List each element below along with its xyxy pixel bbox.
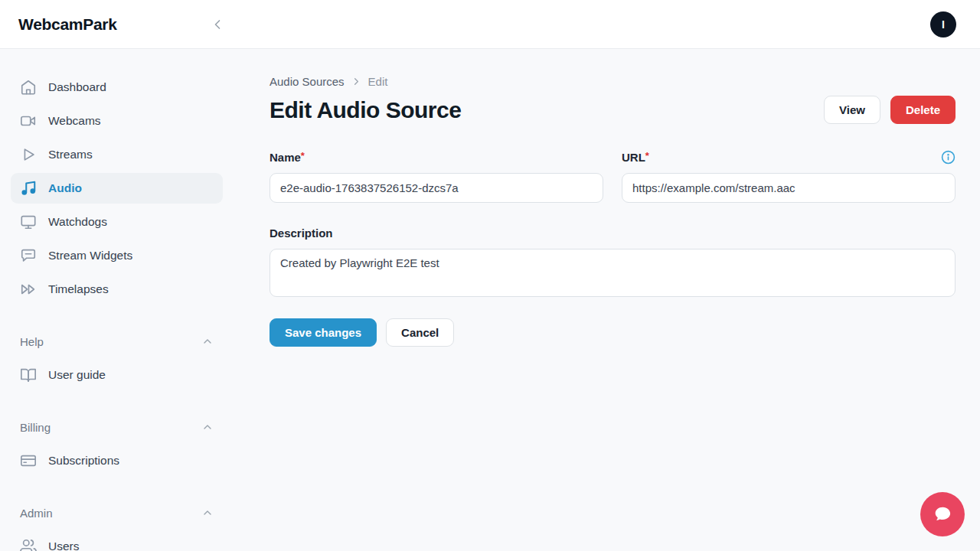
- message-bubble-icon: [20, 247, 37, 264]
- open-book-icon: [20, 367, 37, 383]
- main-content: Audio Sources Edit Edit Audio Source Vie…: [234, 49, 980, 551]
- sidebar: Dashboard Webcams Streams Audio Watchdog…: [0, 49, 234, 551]
- required-asterisk: *: [645, 150, 649, 161]
- save-changes-button[interactable]: Save changes: [270, 318, 377, 347]
- sidebar-item-label: Dashboard: [48, 80, 106, 94]
- avatar-initial: I: [942, 18, 945, 31]
- chat-widget-button[interactable]: [920, 492, 965, 536]
- sidebar-collapse-button[interactable]: [207, 14, 228, 35]
- page-title: Edit Audio Source: [270, 97, 461, 123]
- url-info-button[interactable]: [941, 150, 956, 165]
- sidebar-item-label: Users: [48, 540, 79, 551]
- chevron-up-icon: [201, 507, 214, 519]
- play-icon: [20, 146, 37, 163]
- topbar: WebcamPark I: [0, 0, 980, 49]
- edit-audio-form: Name* URL* Description: [270, 150, 956, 347]
- fast-forward-icon: [20, 281, 37, 298]
- chevron-right-icon: [351, 76, 362, 87]
- url-input[interactable]: [622, 173, 956, 203]
- name-field-group: Name*: [270, 150, 603, 203]
- user-avatar[interactable]: I: [930, 11, 956, 37]
- monitor-icon: [20, 214, 37, 230]
- sidebar-item-stream-widgets[interactable]: Stream Widgets: [11, 240, 223, 271]
- section-label: Help: [20, 335, 44, 348]
- url-label: URL*: [622, 151, 649, 164]
- sidebar-item-label: Watchdogs: [48, 215, 107, 229]
- sidebar-item-label: User guide: [48, 368, 106, 382]
- video-camera-icon: [20, 112, 37, 129]
- sidebar-item-users[interactable]: Users: [11, 531, 223, 551]
- section-label: Billing: [20, 421, 51, 434]
- home-icon: [20, 79, 37, 96]
- sidebar-item-user-guide[interactable]: User guide: [11, 360, 223, 390]
- name-input[interactable]: [270, 173, 603, 203]
- users-icon: [20, 538, 37, 551]
- breadcrumb-audio-sources[interactable]: Audio Sources: [270, 75, 345, 88]
- breadcrumb: Audio Sources Edit: [270, 75, 956, 88]
- sidebar-section-admin[interactable]: Admin: [11, 497, 223, 528]
- name-label: Name*: [270, 151, 305, 164]
- sidebar-item-label: Webcams: [48, 114, 101, 128]
- sidebar-item-label: Streams: [48, 148, 93, 161]
- sidebar-item-streams[interactable]: Streams: [11, 139, 223, 170]
- sidebar-item-timelapses[interactable]: Timelapses: [11, 274, 223, 305]
- view-button[interactable]: View: [824, 96, 880, 124]
- chevron-up-icon: [201, 421, 214, 433]
- brand-logo: WebcamPark: [18, 15, 117, 34]
- url-field-group: URL*: [622, 150, 956, 203]
- sidebar-item-label: Stream Widgets: [48, 249, 132, 262]
- sidebar-item-audio[interactable]: Audio: [11, 173, 223, 204]
- sidebar-section-billing[interactable]: Billing: [11, 412, 223, 442]
- sidebar-item-label: Subscriptions: [48, 454, 119, 468]
- chevron-up-icon: [201, 335, 214, 347]
- breadcrumb-current: Edit: [368, 75, 388, 88]
- info-icon: [941, 150, 956, 165]
- description-label: Description: [270, 227, 333, 240]
- description-field-group: Description Created by Playwright E2E te…: [270, 226, 956, 300]
- sidebar-item-webcams[interactable]: Webcams: [11, 106, 223, 136]
- cancel-button[interactable]: Cancel: [386, 318, 454, 347]
- section-label: Admin: [20, 507, 53, 520]
- sidebar-item-dashboard[interactable]: Dashboard: [11, 72, 223, 103]
- sidebar-item-label: Audio: [48, 181, 82, 195]
- credit-card-icon: [20, 452, 37, 469]
- sidebar-section-help[interactable]: Help: [11, 326, 223, 357]
- sidebar-item-label: Timelapses: [48, 282, 109, 296]
- chevron-left-icon: [210, 17, 225, 32]
- required-asterisk: *: [301, 150, 305, 161]
- sidebar-item-watchdogs[interactable]: Watchdogs: [11, 207, 223, 237]
- chat-bubble-icon: [930, 502, 955, 527]
- music-note-icon: [20, 180, 37, 197]
- description-textarea[interactable]: Created by Playwright E2E test: [270, 249, 956, 297]
- delete-button[interactable]: Delete: [890, 96, 956, 124]
- sidebar-item-subscriptions[interactable]: Subscriptions: [11, 445, 223, 476]
